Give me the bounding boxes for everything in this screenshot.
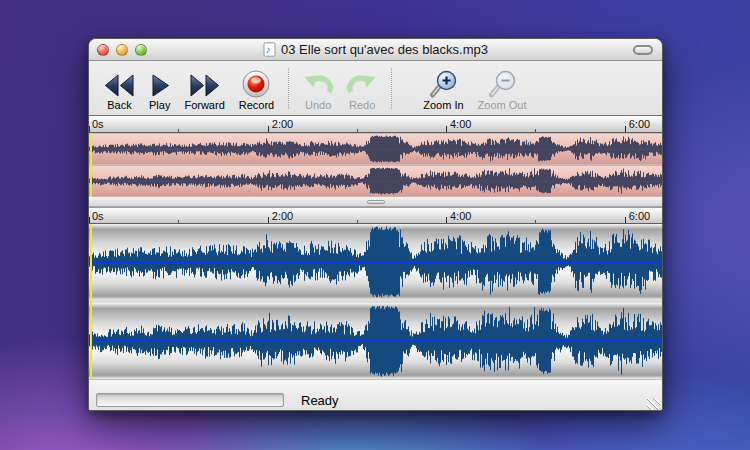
button-label: Redo xyxy=(349,100,375,111)
time-tick xyxy=(535,220,536,223)
time-tick xyxy=(446,126,447,132)
overview-channel-left[interactable] xyxy=(89,134,662,164)
time-label: 0s xyxy=(92,209,104,223)
button-label: Undo xyxy=(305,100,331,111)
waveform-canvas[interactable] xyxy=(89,134,662,164)
record-button[interactable]: Record xyxy=(232,64,281,113)
status-text: Ready xyxy=(301,393,339,408)
playhead-cursor xyxy=(90,133,92,197)
button-label: Play xyxy=(149,100,170,111)
button-label: Forward xyxy=(184,100,224,111)
time-tick xyxy=(446,217,447,223)
time-tick xyxy=(268,126,269,132)
button-label: Zoom In xyxy=(423,100,463,111)
zoom-out-icon xyxy=(488,70,517,98)
waveform-canvas[interactable] xyxy=(89,303,662,379)
timeline-ruler-overview: 0s 2:00 4:00 6:00 xyxy=(89,116,662,133)
main-waveform[interactable] xyxy=(89,224,662,379)
zoom-out-button[interactable]: Zoom Out xyxy=(471,64,534,113)
time-tick xyxy=(357,129,358,132)
time-label: 0s xyxy=(92,117,104,131)
button-label: Back xyxy=(107,100,131,111)
divider-grip-icon[interactable] xyxy=(367,200,385,204)
time-tick xyxy=(625,126,626,132)
forward-button[interactable]: Forward xyxy=(177,64,231,113)
time-tick xyxy=(268,217,269,223)
minimize-button[interactable] xyxy=(116,44,128,56)
overview-waveform[interactable] xyxy=(89,133,662,197)
pane-divider[interactable] xyxy=(89,197,662,207)
channel-right[interactable] xyxy=(89,303,662,379)
zoom-in-icon xyxy=(429,70,458,98)
fast-forward-icon xyxy=(189,73,220,98)
waveform-canvas[interactable] xyxy=(89,224,662,300)
time-tick xyxy=(178,129,179,132)
desktop: ♪ 03 Elle sort qu'avec des blacks.mp3 Ba… xyxy=(0,0,750,450)
playhead-cursor xyxy=(90,224,92,379)
redo-arrow-icon xyxy=(347,72,377,98)
play-button[interactable]: Play xyxy=(142,64,177,113)
window-title: 03 Elle sort qu'avec des blacks.mp3 xyxy=(281,42,488,57)
time-label: 6:00 xyxy=(629,209,650,223)
time-tick xyxy=(89,126,90,132)
time-tick xyxy=(178,220,179,223)
status-bar: Ready xyxy=(89,379,662,411)
resize-grip-icon[interactable] xyxy=(647,398,660,411)
time-label: 2:00 xyxy=(272,117,293,131)
maximize-button[interactable] xyxy=(135,44,147,56)
window-controls xyxy=(97,39,147,60)
toolbar: Back Play Forward xyxy=(89,61,662,116)
record-icon xyxy=(242,70,270,98)
time-label: 6:00 xyxy=(629,117,650,131)
redo-button[interactable]: Redo xyxy=(340,64,384,113)
toolbar-separator xyxy=(288,68,289,109)
progress-field xyxy=(96,393,284,407)
title-bar[interactable]: ♪ 03 Elle sort qu'avec des blacks.mp3 xyxy=(89,39,662,61)
undo-arrow-icon xyxy=(303,72,333,98)
time-tick xyxy=(535,129,536,132)
rewind-icon xyxy=(104,73,135,98)
toolbar-toggle-pill[interactable] xyxy=(633,45,653,55)
time-label: 2:00 xyxy=(272,209,293,223)
button-label: Zoom Out xyxy=(478,100,527,111)
overview-channel-right[interactable] xyxy=(89,166,662,196)
svg-text:♪: ♪ xyxy=(266,44,271,55)
time-tick xyxy=(89,217,90,223)
channel-left[interactable] xyxy=(89,224,662,300)
time-label: 4:00 xyxy=(450,209,471,223)
waveform-canvas[interactable] xyxy=(89,166,662,196)
play-icon xyxy=(150,73,170,98)
button-label: Record xyxy=(239,100,274,111)
zoom-in-button[interactable]: Zoom In xyxy=(416,64,470,113)
undo-button[interactable]: Undo xyxy=(296,64,340,113)
music-file-icon: ♪ xyxy=(263,42,276,57)
time-tick xyxy=(625,217,626,223)
timeline-ruler-main: 0s 2:00 4:00 6:00 xyxy=(89,207,662,224)
time-tick xyxy=(357,220,358,223)
close-button[interactable] xyxy=(97,44,109,56)
app-window: ♪ 03 Elle sort qu'avec des blacks.mp3 Ba… xyxy=(88,38,663,411)
time-label: 4:00 xyxy=(450,117,471,131)
toolbar-separator xyxy=(391,68,392,109)
back-button[interactable]: Back xyxy=(97,64,142,113)
